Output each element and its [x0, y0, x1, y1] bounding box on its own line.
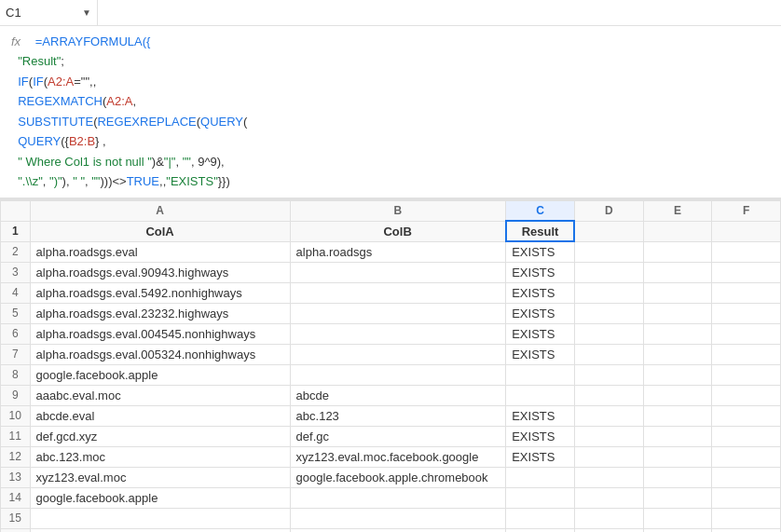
cell-col-b[interactable] — [290, 262, 506, 282]
cell-col-f[interactable] — [712, 446, 781, 467]
cell-col-c[interactable]: EXISTS — [506, 323, 575, 344]
cell-col-e[interactable] — [643, 323, 712, 344]
cell-col-e[interactable] — [643, 282, 712, 303]
cell-col-b[interactable]: google.facebook.apple.chromebook — [290, 467, 506, 487]
cell-col-a[interactable]: abcde.eval — [30, 405, 290, 426]
cell-col-f[interactable] — [712, 467, 781, 487]
cell-col-d[interactable] — [574, 241, 643, 262]
cell-col-c[interactable]: EXISTS — [506, 262, 575, 282]
cell-col-c[interactable]: EXISTS — [506, 282, 575, 303]
cell-col-d[interactable] — [574, 282, 643, 303]
cell-col-e[interactable] — [643, 446, 712, 467]
cell-col-a[interactable]: google.facebook.apple — [30, 364, 290, 385]
cell-col-a[interactable]: aaabc.eval.moc — [30, 385, 290, 405]
cell-col-c[interactable]: EXISTS — [506, 426, 575, 446]
cell-col-c[interactable]: EXISTS — [506, 344, 575, 364]
cell-col-a[interactable]: alpha.roadsgs.eval.90943.highways — [30, 262, 290, 282]
cell-col-d[interactable] — [574, 385, 643, 405]
cell-col-c[interactable] — [506, 528, 575, 532]
cell-col-a[interactable]: def.gcd.xyz — [30, 426, 290, 446]
cell-col-d[interactable] — [574, 405, 643, 426]
cell-col-b[interactable] — [290, 344, 506, 364]
cell-col-c[interactable] — [506, 364, 575, 385]
cell-col-f[interactable] — [712, 241, 781, 262]
cell-col-f[interactable] — [712, 344, 781, 364]
cell-col-f[interactable] — [712, 303, 781, 323]
cell-col-e[interactable] — [643, 508, 712, 528]
cell-col-a[interactable]: alpha.roadsgs.eval — [30, 241, 290, 262]
cell-col-d[interactable] — [574, 364, 643, 385]
cell-col-e[interactable] — [643, 262, 712, 282]
cell-col-d[interactable] — [574, 508, 643, 528]
cell-col-d[interactable] — [574, 528, 643, 532]
cell-col-b[interactable] — [290, 487, 506, 508]
cell-col-f[interactable] — [712, 508, 781, 528]
cell-ref-box[interactable]: C1 ▼ — [0, 0, 98, 25]
cell-col-e[interactable] — [643, 467, 712, 487]
cell-col-e[interactable] — [643, 364, 712, 385]
cell-col-d[interactable] — [574, 426, 643, 446]
cell-col-d[interactable] — [574, 467, 643, 487]
cell-col-e[interactable] — [643, 405, 712, 426]
cell-col-d[interactable] — [574, 303, 643, 323]
col-header-a[interactable]: A — [30, 200, 290, 221]
cell-col-b[interactable]: def.gc — [290, 426, 506, 446]
cell-col-f[interactable] — [712, 262, 781, 282]
col-header-d[interactable]: D — [574, 200, 643, 221]
cell-col-c[interactable] — [506, 467, 575, 487]
cell-col-b[interactable] — [290, 528, 506, 532]
cell-col-b[interactable]: xyz123.eval.moc.facebook.google — [290, 446, 506, 467]
cell-col-f[interactable] — [712, 221, 781, 241]
cell-col-d[interactable] — [574, 446, 643, 467]
cell-col-a[interactable]: alpha.roadsgs.eval.004545.nonhighways — [30, 323, 290, 344]
cell-col-a[interactable] — [30, 528, 290, 532]
cell-col-e[interactable] — [643, 221, 712, 241]
col-header-e[interactable]: E — [643, 200, 712, 221]
cell-col-a[interactable]: ColA — [30, 221, 290, 241]
cell-col-b[interactable] — [290, 282, 506, 303]
cell-col-c[interactable] — [506, 508, 575, 528]
cell-col-a[interactable]: abc.123.moc — [30, 446, 290, 467]
cell-col-b[interactable]: abcde — [290, 385, 506, 405]
cell-col-a[interactable]: alpha.roadsgs.eval.23232.highways — [30, 303, 290, 323]
col-header-c[interactable]: C — [506, 200, 575, 221]
cell-col-e[interactable] — [643, 426, 712, 446]
cell-col-c[interactable] — [506, 487, 575, 508]
cell-col-b[interactable]: abc.123 — [290, 405, 506, 426]
cell-col-d[interactable] — [574, 487, 643, 508]
cell-col-f[interactable] — [712, 385, 781, 405]
cell-col-d[interactable] — [574, 344, 643, 364]
cell-col-e[interactable] — [643, 303, 712, 323]
col-header-b[interactable]: B — [290, 200, 506, 221]
cell-col-f[interactable] — [712, 282, 781, 303]
cell-col-f[interactable] — [712, 426, 781, 446]
col-header-f[interactable]: F — [712, 200, 781, 221]
cell-col-e[interactable] — [643, 528, 712, 532]
cell-col-c[interactable]: EXISTS — [506, 446, 575, 467]
cell-col-a[interactable]: xyz123.eval.moc — [30, 467, 290, 487]
cell-col-f[interactable] — [712, 323, 781, 344]
cell-col-c[interactable]: EXISTS — [506, 241, 575, 262]
cell-col-f[interactable] — [712, 405, 781, 426]
cell-col-b[interactable] — [290, 364, 506, 385]
cell-col-a[interactable]: google.facebook.apple — [30, 487, 290, 508]
cell-col-e[interactable] — [643, 385, 712, 405]
cell-col-d[interactable] — [574, 221, 643, 241]
cell-col-b[interactable] — [290, 323, 506, 344]
cell-col-f[interactable] — [712, 528, 781, 532]
cell-col-c[interactable]: EXISTS — [506, 405, 575, 426]
cell-col-c[interactable]: EXISTS — [506, 303, 575, 323]
cell-col-b[interactable]: ColB — [290, 221, 506, 241]
cell-col-f[interactable] — [712, 487, 781, 508]
cell-col-c[interactable]: Result — [506, 221, 575, 241]
cell-col-e[interactable] — [643, 487, 712, 508]
cell-col-b[interactable] — [290, 508, 506, 528]
cell-col-d[interactable] — [574, 262, 643, 282]
cell-col-e[interactable] — [643, 241, 712, 262]
cell-col-c[interactable] — [506, 385, 575, 405]
cell-col-f[interactable] — [712, 364, 781, 385]
cell-col-a[interactable] — [30, 508, 290, 528]
cell-col-a[interactable]: alpha.roadsgs.eval.5492.nonhighways — [30, 282, 290, 303]
cell-col-b[interactable]: alpha.roadsgs — [290, 241, 506, 262]
cell-col-b[interactable] — [290, 303, 506, 323]
